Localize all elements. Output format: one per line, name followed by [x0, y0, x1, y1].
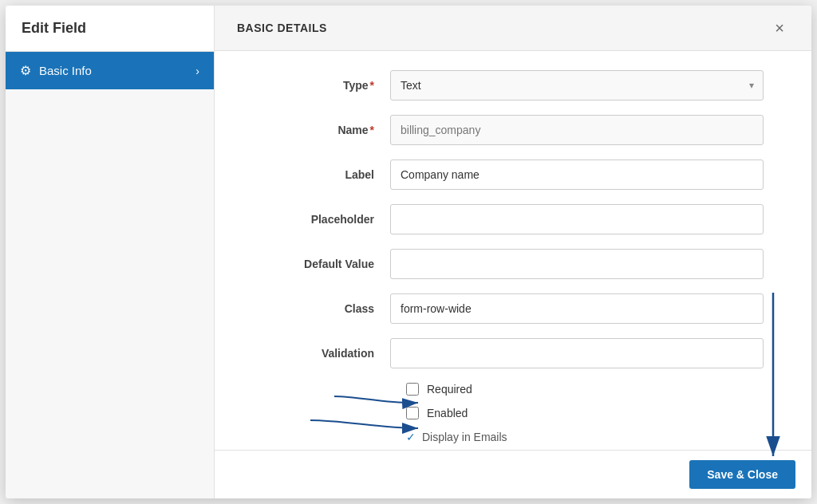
validation-row: Validation [278, 338, 764, 368]
sidebar-item-label: Basic Info [39, 64, 92, 77]
required-checkbox-label: Required [427, 383, 472, 396]
main-content: BASIC DETAILS × Type* Text Number Email … [215, 6, 811, 498]
main-header: BASIC DETAILS × [215, 6, 811, 51]
type-label: Type* [278, 79, 390, 92]
required-star-name: * [370, 124, 374, 136]
placeholder-label: Placeholder [278, 213, 390, 226]
sidebar: Edit Field ⚙ Basic Info › [6, 6, 215, 498]
class-row: Class [278, 293, 764, 324]
class-label: Class [278, 302, 390, 315]
required-checkbox-row: Required [278, 383, 764, 396]
label-input[interactable] [390, 159, 764, 190]
close-button[interactable]: × [770, 18, 789, 37]
required-checkbox[interactable] [406, 383, 419, 396]
validation-input[interactable] [390, 338, 764, 368]
gear-icon: ⚙ [20, 63, 31, 78]
sidebar-title: Edit Field [6, 6, 214, 52]
label-label: Label [278, 168, 390, 181]
type-select-wrapper: Text Number Email ▾ [390, 70, 764, 100]
enabled-checkbox[interactable] [406, 407, 419, 419]
form-area: Type* Text Number Email ▾ Name* [215, 51, 811, 450]
save-close-button[interactable]: Save & Close [689, 460, 795, 489]
sidebar-item-basic-info[interactable]: ⚙ Basic Info › [6, 52, 214, 89]
type-row: Type* Text Number Email ▾ [278, 70, 764, 100]
default-value-input[interactable] [390, 249, 764, 279]
default-value-label: Default Value [278, 258, 390, 270]
class-input[interactable] [390, 293, 764, 324]
name-input[interactable] [390, 115, 764, 145]
type-select[interactable]: Text Number Email [390, 70, 764, 100]
name-label: Name* [278, 124, 390, 136]
validation-label: Validation [278, 347, 390, 360]
enabled-checkbox-row: Enabled [278, 407, 764, 419]
enabled-checkbox-label: Enabled [427, 407, 468, 419]
checkmark-icon: ✓ [406, 431, 416, 443]
chevron-right-icon: › [195, 65, 199, 77]
display-in-emails-label: Display in Emails [422, 431, 507, 443]
modal-footer: Save & Close [215, 450, 811, 498]
default-value-row: Default Value [278, 249, 764, 279]
required-star: * [370, 79, 374, 92]
label-row: Label [278, 159, 764, 190]
basic-details-title: BASIC DETAILS [237, 22, 327, 34]
edit-field-modal: Edit Field ⚙ Basic Info › BASIC DETAILS … [6, 6, 811, 498]
name-row: Name* [278, 115, 764, 145]
placeholder-input[interactable] [390, 204, 764, 234]
placeholder-row: Placeholder [278, 204, 764, 234]
display-in-emails-row: ✓ Display in Emails [278, 431, 764, 450]
